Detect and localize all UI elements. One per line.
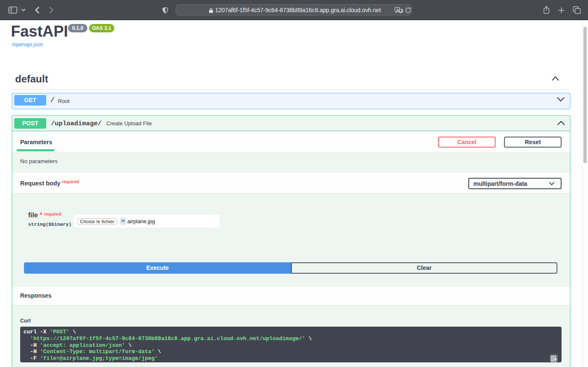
svg-text:A: A bbox=[396, 8, 399, 11]
svg-text:✱: ✱ bbox=[399, 9, 402, 13]
